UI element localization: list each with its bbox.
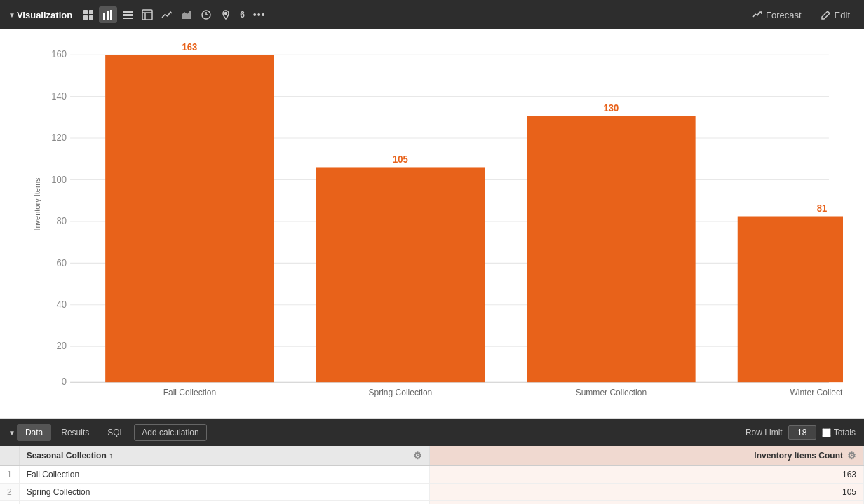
bar-spring-collection[interactable]: 105 Spring Collection (316, 154, 485, 398)
svg-rect-2 (83, 15, 88, 20)
pivot-icon-btn[interactable] (138, 6, 156, 23)
svg-rect-8 (123, 14, 133, 16)
row-number: 3 (0, 501, 19, 505)
list-icon-btn[interactable] (119, 6, 137, 23)
bar-chart-icon-btn[interactable] (99, 6, 117, 23)
svg-text:20: 20 (57, 341, 67, 351)
svg-text:120: 120 (51, 132, 67, 143)
count-cell: 163 (429, 466, 863, 484)
chart-area: Inventory Items 160 140 120 100 80 (0, 29, 864, 418)
svg-rect-9 (123, 18, 133, 19)
bottom-collapse-arrow[interactable]: ▼ (8, 429, 15, 437)
svg-text:100: 100 (51, 174, 67, 184)
svg-rect-1 (89, 10, 93, 14)
bottom-panel: ▼ Data Results SQL Add calculation Row L… (0, 418, 864, 504)
seasonal-cell: Fall Collection (19, 466, 429, 484)
table-header-row: Seasonal Collection ↑ ⚙ Inventory Items … (0, 446, 864, 466)
svg-text:163: 163 (182, 42, 198, 53)
add-calculation-button[interactable]: Add calculation (134, 424, 206, 441)
row-limit-input[interactable] (788, 425, 816, 440)
svg-text:Summer Collection: Summer Collection (576, 388, 647, 397)
toolbar-right: Forecast Edit (747, 7, 856, 23)
table-row: 2 Spring Collection 105 (0, 484, 864, 501)
toolbar-title: Visualization (17, 10, 72, 20)
row-number: 1 (0, 466, 19, 484)
area-chart-icon-btn[interactable] (177, 6, 196, 23)
svg-marker-13 (182, 11, 191, 19)
seasonal-cell: Spring Collection (19, 484, 429, 501)
bar-summer-collection[interactable]: 130 Summer Collection (527, 103, 695, 398)
count-cell: 130 (429, 501, 863, 505)
row-number: 2 (0, 484, 19, 501)
seasonal-gear-icon[interactable]: ⚙ (413, 450, 422, 461)
count-cell: 105 (429, 484, 863, 501)
inventory-gear-icon[interactable]: ⚙ (847, 450, 856, 461)
svg-text:0: 0 (62, 376, 67, 387)
y-axis-label: Inventory Items (33, 177, 41, 230)
svg-text:Spring Collection: Spring Collection (368, 388, 432, 397)
svg-text:140: 140 (51, 91, 67, 102)
table-row: 3 Summer Collection 130 (0, 501, 864, 505)
svg-rect-10 (142, 10, 152, 20)
line-chart-icon-btn[interactable] (158, 6, 176, 23)
svg-rect-3 (89, 15, 93, 20)
totals-checkbox[interactable] (822, 428, 831, 437)
seasonal-collection-header: Seasonal Collection ↑ ⚙ (19, 446, 429, 466)
bottom-toolbar-left: ▼ Data Results SQL Add calculation (8, 424, 741, 441)
table-body: 1 Fall Collection 163 2 Spring Collectio… (0, 466, 864, 505)
funnel-icon-btn[interactable]: 6 (236, 7, 248, 22)
tab-data[interactable]: Data (17, 424, 51, 441)
table-icon-btn[interactable] (79, 6, 97, 23)
top-toolbar: ▼ Visualization 6 ••• (0, 0, 864, 29)
bottom-toolbar-right: Row Limit Totals (745, 425, 856, 440)
svg-point-15 (225, 13, 227, 15)
svg-rect-43 (738, 217, 843, 383)
toolbar-collapse-arrow[interactable]: ▼ (8, 11, 15, 19)
table-row: 1 Fall Collection 163 (0, 466, 864, 484)
svg-text:Winter Collection: Winter Collection (790, 388, 843, 397)
bar-winter-collection[interactable]: 81 Winter Collection (738, 203, 843, 398)
svg-rect-5 (107, 11, 109, 20)
svg-text:81: 81 (817, 203, 828, 214)
bar-chart-svg: 160 140 120 100 80 60 40 (42, 40, 843, 404)
map-icon-btn[interactable] (217, 6, 235, 23)
inventory-items-header: Inventory Items Count ⚙ (429, 446, 863, 466)
row-num-header (0, 446, 19, 466)
svg-text:80: 80 (57, 216, 67, 226)
x-axis-label: Seasonal Collection (412, 402, 487, 404)
svg-text:Fall Collection: Fall Collection (163, 388, 217, 397)
forecast-button[interactable]: Forecast (747, 7, 807, 23)
tab-sql[interactable]: SQL (99, 424, 133, 441)
svg-rect-7 (123, 11, 133, 13)
totals-label[interactable]: Totals (822, 428, 856, 437)
data-table: Seasonal Collection ↑ ⚙ Inventory Items … (0, 446, 864, 504)
toolbar-left: ▼ Visualization 6 ••• (8, 6, 743, 23)
svg-rect-6 (110, 10, 112, 20)
svg-text:40: 40 (57, 299, 67, 310)
svg-text:105: 105 (393, 154, 408, 165)
edit-button[interactable]: Edit (816, 7, 856, 23)
svg-rect-4 (103, 13, 105, 20)
bottom-toolbar: ▼ Data Results SQL Add calculation Row L… (0, 419, 864, 446)
svg-rect-37 (316, 167, 485, 382)
svg-text:60: 60 (57, 257, 67, 268)
svg-rect-40 (527, 116, 695, 382)
bar-fall-collection[interactable]: 163 Fall Collection (105, 42, 274, 398)
svg-rect-34 (105, 55, 274, 382)
tab-results[interactable]: Results (53, 424, 97, 441)
seasonal-cell: Summer Collection (19, 501, 429, 505)
more-icon-btn[interactable]: ••• (250, 6, 269, 23)
svg-text:160: 160 (51, 49, 67, 60)
svg-rect-0 (83, 10, 88, 14)
row-limit-label: Row Limit (745, 428, 783, 437)
svg-text:130: 130 (604, 103, 619, 114)
clock-icon-btn[interactable] (197, 6, 215, 23)
